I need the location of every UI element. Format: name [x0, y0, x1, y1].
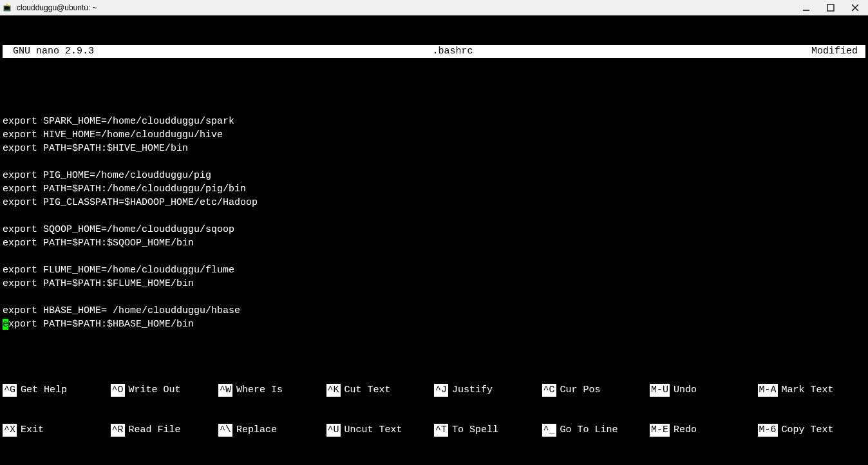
shortcut: ^CCur Pos [542, 384, 650, 397]
shortcut: ^JJustify [434, 384, 542, 397]
svg-rect-5 [827, 5, 834, 11]
cursor: e [3, 319, 8, 330]
footer-row: ^XExit^RRead File^\Replace^UUncut Text^T… [3, 424, 865, 437]
shortcut-key: ^U [326, 424, 341, 437]
nano-footer: ^GGet Help^OWrite Out^WWhere Is^KCut Tex… [0, 357, 868, 465]
shortcut: M-UUndo [650, 384, 758, 397]
editor-line: export PIG_HOME=/home/cloudduggu/pig [3, 169, 865, 182]
editor-line [3, 101, 865, 115]
svg-point-3 [6, 3, 8, 5]
editor-line: export PIG_CLASSPATH=$HADOOP_HOME/etc/Ha… [3, 196, 865, 209]
shortcut-key: M-E [650, 424, 670, 437]
shortcut: ^XExit [3, 424, 111, 437]
shortcut-key: ^K [326, 384, 341, 397]
putty-icon [3, 3, 13, 13]
window-titlebar: cloudduggu@ubuntu: ~ [0, 0, 868, 15]
shortcut-key: M-U [650, 384, 670, 397]
shortcut-label: Uncut Text [344, 424, 402, 437]
shortcut: M-ERedo [650, 424, 758, 437]
footer-row: ^GGet Help^OWrite Out^WWhere Is^KCut Tex… [3, 384, 865, 397]
shortcut-key: ^O [111, 384, 125, 397]
shortcut-label: Write Out [129, 384, 181, 397]
shortcut: ^\Replace [218, 424, 326, 437]
nano-filename: .bashrc [94, 45, 811, 58]
shortcut: ^KCut Text [326, 384, 435, 397]
shortcut: M-6Copy Text [758, 424, 866, 437]
shortcut-label: Read File [129, 424, 181, 437]
shortcut-key: M-6 [758, 424, 778, 437]
editor-line: export SQOOP_HOME=/home/cloudduggu/sqoop [3, 223, 865, 236]
editor-line: export FLUME_HOME=/home/cloudduggu/flume [3, 263, 865, 277]
editor-line [3, 250, 865, 263]
shortcut: ^WWhere Is [218, 384, 326, 397]
shortcut: ^OWrite Out [111, 384, 219, 397]
minimize-button[interactable] [800, 1, 813, 14]
shortcut: M-AMark Text [758, 384, 866, 397]
shortcut-key: ^R [111, 424, 125, 437]
editor-line [3, 290, 865, 304]
shortcut-label: Mark Text [782, 384, 834, 397]
window-title: cloudduggu@ubuntu: ~ [17, 3, 800, 12]
editor-line: export SPARK_HOME=/home/cloudduggu/spark [3, 115, 865, 128]
shortcut-label: To Spell [452, 424, 498, 437]
editor-line-cursor: export PATH=$PATH:$HBASE_HOME/bin [3, 318, 865, 331]
shortcut-label: Justify [452, 384, 493, 397]
shortcut-key: M-A [758, 384, 778, 397]
shortcut-key: ^X [3, 424, 17, 437]
shortcut-key: ^C [542, 384, 556, 397]
shortcut-label: Cur Pos [560, 384, 601, 397]
shortcut: ^GGet Help [3, 384, 111, 397]
shortcut-label: Copy Text [782, 424, 834, 437]
window-controls [800, 1, 865, 14]
shortcut-label: Cut Text [344, 384, 391, 397]
svg-rect-1 [5, 6, 10, 10]
close-button[interactable] [849, 1, 862, 14]
shortcut-label: Replace [236, 424, 277, 437]
editor-line: export HIVE_HOME=/home/cloudduggu/hive [3, 128, 865, 142]
shortcut-label: Exit [21, 424, 44, 437]
shortcut-key: ^W [218, 384, 232, 397]
shortcut-key: ^J [434, 384, 448, 397]
editor-line: export PATH=$PATH:$FLUME_HOME/bin [3, 277, 865, 290]
nano-version: GNU nano 2.9.3 [5, 45, 94, 58]
shortcut: ^RRead File [111, 424, 219, 437]
editor-line [3, 155, 865, 169]
editor-body[interactable]: export SPARK_HOME=/home/cloudduggu/spark… [0, 99, 868, 331]
editor-line [3, 209, 865, 223]
shortcut-key: ^\ [218, 424, 232, 437]
editor-line: export PATH=$PATH:$SQOOP_HOME/bin [3, 236, 865, 250]
maximize-button[interactable] [824, 1, 837, 14]
shortcut: ^_Go To Line [542, 424, 650, 437]
shortcut-key: ^G [3, 384, 17, 397]
shortcut-label: Redo [674, 424, 697, 437]
terminal-area[interactable]: GNU nano 2.9.3 .bashrc Modified export S… [0, 15, 868, 465]
shortcut-label: Where Is [236, 384, 283, 397]
editor-line: export HBASE_HOME= /home/cloudduggu/hbas… [3, 304, 865, 318]
shortcut-label: Go To Line [560, 424, 618, 437]
shortcut-key: ^T [434, 424, 448, 437]
shortcut-key: ^_ [542, 424, 556, 437]
editor-line: export PATH=$PATH:$HIVE_HOME/bin [3, 142, 865, 155]
shortcut-label: Get Help [21, 384, 67, 397]
shortcut-label: Undo [674, 384, 697, 397]
shortcut: ^UUncut Text [326, 424, 435, 437]
editor-line: export PATH=$PATH:/home/cloudduggu/pig/b… [3, 182, 865, 196]
nano-status: Modified [811, 45, 863, 58]
nano-header: GNU nano 2.9.3 .bashrc Modified [3, 45, 865, 58]
shortcut: ^TTo Spell [434, 424, 542, 437]
